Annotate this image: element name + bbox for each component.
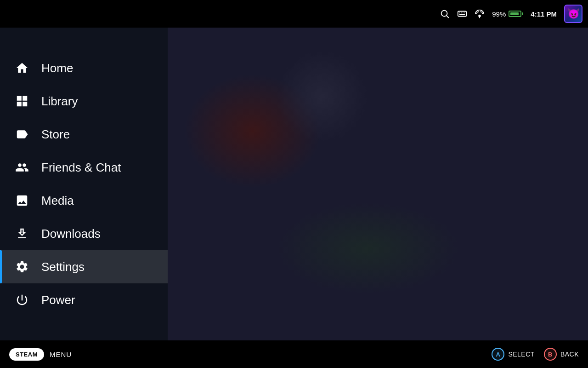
- bottom-bar: STEAM MENU A SELECT B BACK: [0, 340, 588, 368]
- sidebar-item-settings[interactable]: Settings: [0, 250, 168, 283]
- sidebar-item-power[interactable]: Power: [0, 283, 168, 316]
- sidebar-label-media: Media: [41, 194, 74, 208]
- sidebar-label-home: Home: [41, 61, 73, 75]
- sidebar-item-home[interactable]: Home: [0, 52, 168, 85]
- sidebar-item-media[interactable]: Media: [0, 184, 168, 217]
- svg-point-8: [479, 15, 481, 17]
- select-button[interactable]: A SELECT: [492, 348, 534, 361]
- back-button[interactable]: B BACK: [544, 348, 579, 361]
- svg-rect-13: [23, 102, 27, 106]
- svg-rect-2: [458, 12, 466, 17]
- b-button-circle: B: [544, 348, 557, 361]
- battery-icon: [509, 11, 523, 17]
- settings-icon: [14, 259, 30, 275]
- avatar-image: 😈: [567, 8, 580, 20]
- media-icon: [14, 192, 30, 209]
- bg-blur-2: [276, 51, 368, 143]
- svg-rect-10: [17, 96, 22, 101]
- sidebar: Home Library Store Friends & Chat Media …: [0, 28, 168, 340]
- bottom-left-controls: STEAM MENU: [9, 348, 72, 361]
- bottom-right-controls: A SELECT B BACK: [492, 348, 579, 361]
- sidebar-label-settings: Settings: [41, 260, 85, 274]
- broadcast-icon[interactable]: [475, 9, 485, 19]
- sidebar-label-library: Library: [41, 94, 78, 109]
- menu-label: MENU: [50, 351, 72, 358]
- sidebar-item-store[interactable]: Store: [0, 118, 168, 151]
- search-icon[interactable]: [440, 9, 450, 19]
- sidebar-label-friends: Friends & Chat: [41, 161, 121, 175]
- clock: 4:11 PM: [531, 10, 557, 18]
- a-button-circle: A: [492, 348, 504, 361]
- top-bar: 99% 4:11 PM 😈: [0, 0, 588, 28]
- battery-status: 99%: [492, 10, 523, 18]
- back-label: BACK: [560, 351, 579, 358]
- steam-button[interactable]: STEAM: [9, 348, 44, 361]
- svg-rect-11: [23, 96, 27, 101]
- status-icons: 99% 4:11 PM 😈: [440, 5, 582, 23]
- bg-blur-3: [276, 202, 459, 294]
- power-icon: [14, 292, 30, 308]
- svg-rect-12: [17, 102, 22, 106]
- user-avatar[interactable]: 😈: [564, 5, 582, 23]
- home-icon: [14, 60, 30, 76]
- library-icon: [14, 93, 30, 109]
- keyboard-icon[interactable]: [457, 9, 467, 19]
- sidebar-label-store: Store: [41, 127, 70, 142]
- downloads-icon: [14, 225, 30, 242]
- battery-percent: 99%: [492, 10, 506, 18]
- svg-line-1: [447, 16, 448, 17]
- sidebar-label-downloads: Downloads: [41, 227, 101, 241]
- sidebar-item-friends[interactable]: Friends & Chat: [0, 151, 168, 184]
- sidebar-item-library[interactable]: Library: [0, 85, 168, 118]
- sidebar-label-power: Power: [41, 293, 75, 307]
- sidebar-item-downloads[interactable]: Downloads: [0, 217, 168, 250]
- store-icon: [14, 126, 30, 143]
- friends-icon: [14, 159, 30, 176]
- select-label: SELECT: [508, 351, 534, 358]
